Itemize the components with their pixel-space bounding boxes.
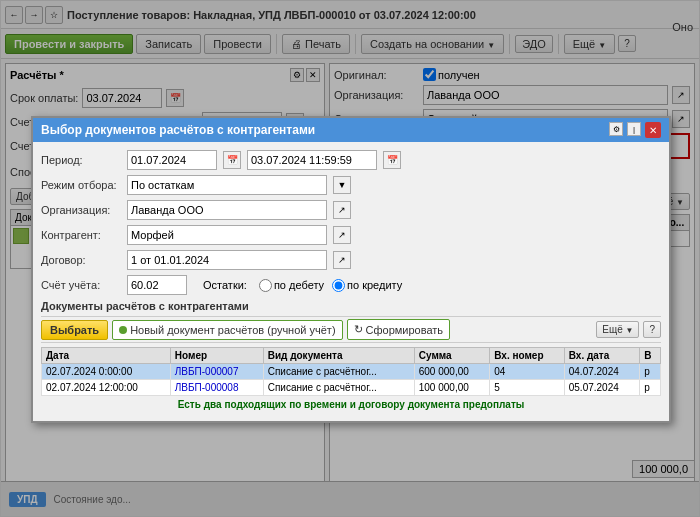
modal-rezhim-input[interactable] [127,175,327,195]
row1-number: ЛВБП-000007 [170,364,263,380]
row1-date: 02.07.2024 0:00:00 [42,364,171,380]
modal-col-b: В [640,348,661,364]
row1-type: Списание с расчётног... [263,364,414,380]
row1-sum: 600 000,00 [414,364,489,380]
modal-rezhim-row: Режим отбора: ▼ [41,175,661,195]
modal-org-row: Организация: ↗ [41,200,661,220]
modal-table: Дата Номер Вид документа Сумма Вх. номер… [41,347,661,396]
modal-period-to-calendar[interactable]: 📅 [383,151,401,169]
modal-title: Выбор документов расчётов с контрагентам… [41,123,315,137]
modal-more4-button[interactable]: Ещё [596,321,639,338]
radio-po-kreditu-label[interactable]: по кредиту [332,279,402,292]
main-window: ← → ☆ Поступление товаров: Накладная, УП… [0,0,700,517]
modal-close-button[interactable]: ✕ [645,122,661,138]
table-row[interactable]: 02.07.2024 12:00:00 ЛВБП-000008 Списание… [42,380,661,396]
modal-section-title: Документы расчётов с контрагентами [41,300,661,312]
vybrat-button[interactable]: Выбрать [41,320,108,340]
modal-col-date: Дата [42,348,171,364]
modal-kontragent-btn[interactable]: ↗ [333,226,351,244]
modal-period-to-input[interactable] [247,150,377,170]
new-doc-button[interactable]: Новый документ расчётов (ручной учёт) [112,320,342,340]
refresh-icon [354,323,363,336]
modal-dogovor-row: Договор: ↗ [41,250,661,270]
ostatok-radio-group: по дебету по кредиту [259,279,402,292]
modal-period-label: Период: [41,154,121,166]
modal-org-input[interactable] [127,200,327,220]
modal-org-btn[interactable]: ↗ [333,201,351,219]
modal-col-number: Номер [170,348,263,364]
row2-b: р [640,380,661,396]
row1-b: р [640,364,661,380]
modal-kontragent-label: Контрагент: [41,229,121,241]
row2-type: Списание с расчётног... [263,380,414,396]
modal-col-vh-number: Вх. номер [490,348,565,364]
ostatok-label: Остатки: [203,279,247,291]
modal-separator-button: | [627,122,641,136]
modal-header-controls: ⚙ | ✕ [609,122,661,138]
row1-vh-date: 04.07.2024 [564,364,639,380]
modal-table-body: 02.07.2024 0:00:00 ЛВБП-000007 Списание … [42,364,661,396]
modal-table-header-row: Дата Номер Вид документа Сумма Вх. номер… [42,348,661,364]
table-row[interactable]: 02.07.2024 0:00:00 ЛВБП-000007 Списание … [42,364,661,380]
modal-schet-row: Счёт учёта: Остатки: по дебету по кредит… [41,275,661,295]
modal-rezhim-dropdown[interactable]: ▼ [333,176,351,194]
modal-kontragent-row: Контрагент: ↗ [41,225,661,245]
modal-col-type: Вид документа [263,348,414,364]
sformirovat-button[interactable]: Сформировать [347,319,451,340]
radio-po-debetu[interactable] [259,279,272,292]
modal-body: Период: 📅 📅 Режим отбора: ▼ Организация:… [33,142,669,421]
radio-po-debetu-label[interactable]: по дебету [259,279,324,292]
modal-table-head: Дата Номер Вид документа Сумма Вх. номер… [42,348,661,364]
modal-dogovor-input[interactable] [127,250,327,270]
modal-period-from-input[interactable] [127,150,217,170]
radio-po-kreditu[interactable] [332,279,345,292]
modal-title-bar: Выбор документов расчётов с контрагентам… [33,118,669,142]
row1-vh-number: 04 [490,364,565,380]
modal-settings-button[interactable]: ⚙ [609,122,623,136]
modal-help2-button[interactable]: ? [643,321,661,338]
row2-date: 02.07.2024 12:00:00 [42,380,171,396]
modal-dogovor-label: Договор: [41,254,121,266]
row2-vh-number: 5 [490,380,565,396]
modal-dialog: Выбор документов расчётов с контрагентам… [31,116,671,423]
modal-org-label: Организация: [41,204,121,216]
modal-status-bar: Есть два подходящих по времени и договор… [41,396,661,413]
modal-schet-input[interactable] [127,275,187,295]
modal-kontragent-input[interactable] [127,225,327,245]
modal-rezhim-label: Режим отбора: [41,179,121,191]
row2-number: ЛВБП-000008 [170,380,263,396]
modal-period-row: Период: 📅 📅 [41,150,661,170]
modal-col-sum: Сумма [414,348,489,364]
row2-sum: 100 000,00 [414,380,489,396]
modal-col-vh-date: Вх. дата [564,348,639,364]
new-doc-icon [119,326,127,334]
modal-toolbar: Выбрать Новый документ расчётов (ручной … [41,316,661,343]
modal-schet-label: Счёт учёта: [41,279,121,291]
row2-vh-date: 05.07.2024 [564,380,639,396]
modal-dogovor-btn[interactable]: ↗ [333,251,351,269]
more4-dropdown-icon [626,324,634,335]
modal-period-from-calendar[interactable]: 📅 [223,151,241,169]
